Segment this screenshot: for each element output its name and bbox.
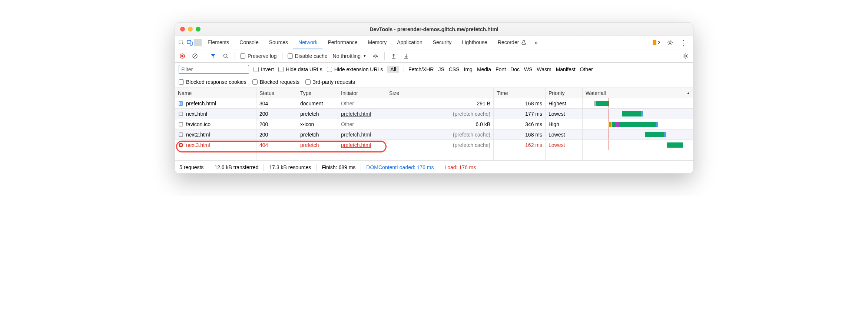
filter-icon[interactable] [209,52,217,60]
svg-rect-5 [182,55,183,57]
table-row[interactable]: favicon.ico200x-iconOther6.0 kB346 msHig… [175,119,693,129]
search-icon[interactable] [222,52,229,60]
throttling-select[interactable]: No throttling ▼ [333,53,367,59]
initiator-link[interactable]: prefetch.html [341,142,371,148]
kebab-menu-icon[interactable]: ⋮ [680,39,687,46]
col-time[interactable]: Time [494,88,546,98]
col-waterfall[interactable]: Waterfall▲ [583,88,693,98]
devtools-window: DevTools - prerender-demos.glitch.me/pre… [175,22,693,174]
svg-rect-16 [179,112,183,116]
type-cell: prefetch [297,140,338,150]
hide-extension-urls-checkbox[interactable]: Hide extension URLs [327,66,383,72]
initiator-cell: Other [338,98,386,108]
titlebar: DevTools - prerender-demos.glitch.me/pre… [175,23,693,36]
initiator-text: Other [341,121,354,127]
priority-cell: Lowest [546,109,583,119]
tab-application[interactable]: Application [392,36,428,49]
tab-performance[interactable]: Performance [322,36,362,49]
third-party-checkbox[interactable]: 3rd-party requests [305,79,355,85]
filter-type-css[interactable]: CSS [449,66,460,72]
filter-input[interactable] [179,65,249,74]
status-cell: 404 [256,140,297,150]
table-row[interactable]: next.html200prefetchprefetch.html(prefet… [175,109,693,119]
request-name: prefetch.html [186,101,216,106]
initiator-cell: prefetch.html [338,109,386,119]
filter-type-doc[interactable]: Doc [510,66,520,72]
filter-type-fetch-xhr[interactable]: Fetch/XHR [408,66,434,72]
close-window-button[interactable] [180,27,185,32]
hide-data-urls-checkbox[interactable]: Hide data URLs [278,66,322,72]
priority-cell: High [546,119,583,129]
blocked-requests-checkbox[interactable]: Blocked requests [252,79,299,85]
divider [384,52,385,60]
filter-type-img[interactable]: Img [464,66,473,72]
filter-type-other[interactable]: Other [580,66,593,72]
blocked-cookies-checkbox[interactable]: Blocked response cookies [179,79,246,85]
tab-sources[interactable]: Sources [264,36,293,49]
issues-badge[interactable]: 2 [653,40,660,45]
sort-asc-icon: ▲ [686,91,690,95]
col-name[interactable]: Name [175,88,256,98]
download-har-icon[interactable] [402,52,410,60]
table-row[interactable]: next3.html404prefetchprefetch.html(prefe… [175,140,693,150]
request-box-icon [178,111,184,117]
filter-type-ws[interactable]: WS [524,66,533,72]
col-size[interactable]: Size [386,88,494,98]
divider [404,66,404,73]
preserve-log-checkbox[interactable]: Preserve log [240,53,277,59]
network-conditions-icon[interactable] [372,52,379,60]
filter-bar-2: Blocked response cookies Blocked request… [175,76,693,88]
window-title: DevTools - prerender-demos.glitch.me/pre… [175,26,693,32]
table-row-empty [175,150,693,161]
table-header: Name Status Type Initiator Size Time Pri… [175,88,693,98]
time-cell: 346 ms [494,119,546,129]
filter-type-all[interactable]: All [387,66,399,73]
tab-security[interactable]: Security [428,36,457,49]
upload-har-icon[interactable] [390,52,397,60]
tab-elements[interactable]: Elements [202,36,234,49]
status-cell: 200 [256,129,297,139]
filter-type-font[interactable]: Font [496,66,506,72]
initiator-link[interactable]: prefetch.html [341,132,371,138]
divider [209,164,209,171]
filter-type-js[interactable]: JS [438,66,444,72]
network-settings-icon[interactable] [682,52,689,60]
table-row[interactable]: prefetch.html304documentOther291 B168 ms… [175,98,693,109]
tab-network[interactable]: Network [293,36,322,49]
minimize-window-button[interactable] [188,27,193,32]
resources-size: 17.3 kB resources [269,164,311,170]
svg-point-8 [224,54,227,57]
device-toolbar-icon[interactable] [186,39,193,46]
col-initiator[interactable]: Initiator [338,88,386,98]
filter-type-media[interactable]: Media [477,66,491,72]
tab-console[interactable]: Console [234,36,264,49]
tab-memory[interactable]: Memory [363,36,392,49]
inspect-icon[interactable] [178,39,185,46]
tab-recorder[interactable]: Recorder [493,36,532,49]
maximize-window-button[interactable] [196,27,201,32]
tab-lighthouse[interactable]: Lighthouse [457,36,493,49]
waterfall-cell [583,119,693,129]
initiator-link[interactable]: prefetch.html [341,111,371,117]
svg-rect-2 [190,42,192,45]
record-button[interactable] [179,52,186,60]
type-cell: document [297,98,338,108]
col-type[interactable]: Type [297,88,338,98]
col-priority[interactable]: Priority [546,88,583,98]
filter-type-manifest[interactable]: Manifest [556,66,576,72]
request-doc-icon [178,101,184,106]
request-box-icon [178,121,184,127]
col-status[interactable]: Status [256,88,297,98]
priority-cell: Lowest [546,140,583,150]
settings-icon[interactable] [666,39,674,46]
request-name: next.html [186,111,207,117]
disable-cache-checkbox[interactable]: Disable cache [288,53,328,59]
chevron-down-icon: ▼ [363,54,367,58]
table-row[interactable]: next2.html200prefetchprefetch.html(prefe… [175,129,693,140]
more-tabs-icon[interactable]: » [532,39,540,46]
clear-button[interactable] [191,52,199,60]
filter-type-wasm[interactable]: Wasm [537,66,551,72]
status-cell: 200 [256,119,297,129]
invert-checkbox[interactable]: Invert [254,66,274,72]
panel-tabs: ElementsConsoleSourcesNetworkPerformance… [175,36,693,49]
